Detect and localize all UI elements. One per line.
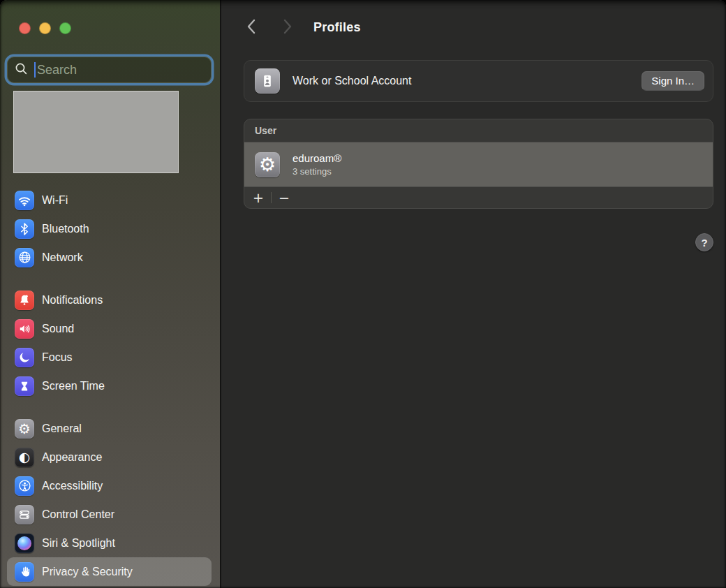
sidebar-item-label: General	[42, 422, 82, 435]
content-pane: Profiles Work or School Account Sign In……	[221, 0, 726, 588]
user-profiles-card: User ⚙ eduroam® 3 settings + −	[244, 119, 713, 209]
sidebar-item-notifications[interactable]: Notifications	[7, 286, 212, 314]
sidebar-item-sound[interactable]: Sound	[7, 314, 212, 343]
profile-gear-icon: ⚙	[255, 152, 280, 177]
toolbar-divider	[271, 192, 272, 203]
id-badge-icon	[255, 68, 280, 94]
add-profile-button[interactable]: +	[249, 189, 268, 206]
minimize-button[interactable]	[39, 22, 51, 34]
close-button[interactable]	[19, 22, 31, 34]
system-settings-window: Search Wi-Fi Bluetooth Network	[0, 0, 726, 588]
profile-detail: 3 settings	[292, 166, 341, 177]
text-caret	[34, 62, 36, 78]
sidebar-item-wifi[interactable]: Wi-Fi	[7, 186, 212, 214]
sidebar-nav: Wi-Fi Bluetooth Network Notification	[7, 186, 212, 586]
sidebar-item-label: Screen Time	[42, 380, 105, 392]
page-title: Profiles	[313, 20, 361, 35]
accessibility-icon	[15, 476, 34, 496]
bell-icon	[15, 291, 34, 310]
hourglass-icon	[15, 376, 34, 396]
sidebar-item-label: Sound	[42, 323, 74, 335]
help-button[interactable]: ?	[695, 233, 713, 251]
wifi-icon	[15, 191, 34, 210]
sidebar-item-label: Appearance	[42, 451, 102, 464]
nav-header: Profiles	[244, 17, 361, 38]
sidebar-group-gap	[7, 272, 212, 286]
sidebar-item-label: Bluetooth	[42, 223, 89, 235]
sidebar-item-privacy-security[interactable]: Privacy & Security	[7, 557, 212, 586]
sidebar-item-label: Siri & Spotlight	[42, 537, 115, 550]
remove-profile-button[interactable]: −	[274, 189, 294, 206]
search-input[interactable]: Search	[7, 57, 212, 83]
bluetooth-icon	[15, 219, 34, 239]
user-section-header: User	[244, 119, 713, 142]
back-button[interactable]	[244, 18, 258, 36]
contrast-icon: ◐	[15, 448, 34, 467]
globe-icon	[15, 248, 34, 267]
moon-icon	[15, 348, 34, 367]
traffic-lights	[19, 22, 71, 34]
avatar-placeholder[interactable]	[13, 91, 179, 173]
search-icon	[15, 62, 28, 78]
forward-button[interactable]	[281, 18, 295, 36]
sidebar-item-bluetooth[interactable]: Bluetooth	[7, 214, 212, 243]
zoom-button[interactable]	[59, 22, 71, 34]
sidebar-item-control-center[interactable]: Control Center	[7, 500, 212, 529]
sidebar-item-label: Focus	[42, 351, 73, 364]
profile-row-eduroam[interactable]: ⚙ eduroam® 3 settings	[244, 142, 713, 187]
sidebar-item-label: Control Center	[42, 508, 114, 521]
profile-row-text: eduroam® 3 settings	[292, 152, 341, 177]
sidebar-item-screen-time[interactable]: Screen Time	[7, 372, 212, 400]
search-placeholder: Search	[37, 63, 77, 78]
sidebar-item-label: Privacy & Security	[42, 566, 133, 578]
sidebar-item-focus[interactable]: Focus	[7, 343, 212, 372]
toggles-icon	[15, 505, 34, 524]
sidebar-item-general[interactable]: ⚙ General	[7, 414, 212, 443]
gear-icon: ⚙	[15, 419, 34, 439]
sidebar-item-label: Wi-Fi	[42, 194, 68, 207]
work-school-account-card: Work or School Account Sign In…	[244, 60, 713, 102]
speaker-icon	[15, 319, 34, 339]
sidebar-item-label: Network	[42, 251, 83, 264]
sidebar-item-siri-spotlight[interactable]: Siri & Spotlight	[7, 529, 212, 557]
user-section-header-label: User	[255, 125, 276, 136]
sidebar-item-accessibility[interactable]: Accessibility	[7, 471, 212, 500]
sidebar-item-appearance[interactable]: ◐ Appearance	[7, 443, 212, 471]
hand-icon	[15, 562, 34, 582]
sidebar-item-network[interactable]: Network	[7, 243, 212, 272]
sidebar-item-label: Notifications	[42, 294, 103, 307]
sidebar-group-gap	[7, 400, 212, 414]
account-card-title: Work or School Account	[292, 75, 411, 87]
sidebar-item-label: Accessibility	[42, 480, 103, 492]
siri-icon	[15, 534, 34, 553]
profile-name: eduroam®	[292, 152, 341, 164]
sidebar: Search Wi-Fi Bluetooth Network	[0, 0, 220, 588]
sign-in-button[interactable]: Sign In…	[642, 71, 704, 91]
profile-list-toolbar: + −	[244, 187, 713, 208]
